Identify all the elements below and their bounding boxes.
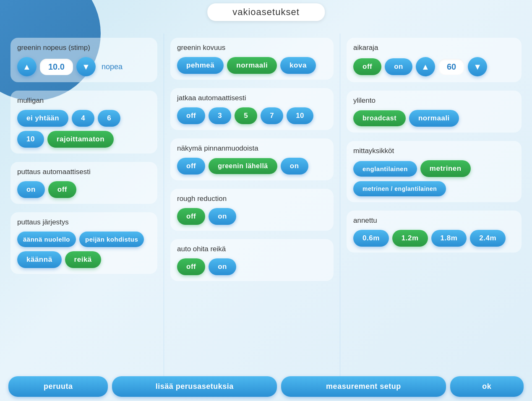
annettu-label: annettu	[353, 216, 515, 225]
auto-ohita-buttons: off on	[177, 258, 327, 275]
aikaraja-off-button[interactable]: off	[353, 58, 381, 75]
mulligan-10[interactable]: 10	[17, 131, 44, 148]
column-2: greenin kovuus pehmeä normaali kova jatk…	[164, 34, 340, 397]
kovuus-buttons: pehmeä normaali kova	[177, 57, 327, 74]
nakyme-buttons: off greenin lähellä on	[177, 158, 327, 174]
page-title: vakioasetukset	[207, 3, 325, 21]
annettu-24m-button[interactable]: 2.4m	[470, 230, 506, 247]
greenin-nopeus-controls: ▲ 10.0 ▼ nopea	[17, 57, 151, 76]
rough-reduction-section: rough reduction off on	[170, 189, 334, 231]
jatkaa-3-button[interactable]: 3	[209, 107, 231, 124]
annettu-section: annettu 0.6m 1.2m 1.8m 2.4m	[347, 211, 522, 253]
jatkaa-auto-label: jatkaa automaattisesti	[177, 94, 327, 102]
aanna-nuolello-button[interactable]: äännä nuolello	[17, 232, 76, 247]
bottom-bar: peruuta lisää perusasetuksia measurement…	[0, 376, 532, 397]
annettu-buttons: 0.6m 1.2m 1.8m 2.4m	[353, 230, 515, 247]
nakyme-label: näkymä pinnanmuodoista	[177, 144, 327, 153]
englantilainen-button[interactable]: englantilainen	[353, 161, 417, 177]
mulligan-buttons-2: 10 rajoittamaton	[17, 131, 151, 148]
ylilento-buttons: broadcast normaali	[353, 110, 515, 127]
metrinen-englantilainen-button[interactable]: metrinen / englantilainen	[353, 181, 446, 196]
puttaus-auto-buttons: on off	[17, 181, 151, 198]
greenin-lahella-button[interactable]: greenin lähellä	[209, 158, 277, 174]
aikaraja-down-button[interactable]: ▼	[468, 57, 487, 76]
nakyme-section: näkymä pinnanmuodoista off greenin lähel…	[170, 138, 334, 180]
jatkaa-off-button[interactable]: off	[177, 107, 205, 124]
peruuta-button[interactable]: peruuta	[8, 376, 108, 397]
mulligan-6[interactable]: 6	[98, 110, 120, 127]
mulligan-rajoittamaton[interactable]: rajoittamaton	[47, 131, 114, 148]
pehme-button[interactable]: pehmeä	[177, 57, 224, 74]
kaanna-button[interactable]: käännä	[17, 251, 62, 268]
measurement-setup-button[interactable]: measurement setup	[281, 376, 446, 397]
puttaus-jarjestys-label: puttaus järjestys	[17, 218, 151, 227]
peijan-kohdistus-button[interactable]: peijän kohdistus	[79, 232, 144, 247]
rough-off-button[interactable]: off	[177, 208, 205, 225]
ylilento-label: ylilento	[353, 96, 515, 105]
puttaus-jarjestys-row1: äännä nuolello peijän kohdistus	[17, 232, 151, 247]
aikaraja-value: 60	[438, 59, 464, 75]
reika-button[interactable]: reikä	[65, 251, 101, 268]
annettu-06m-button[interactable]: 0.6m	[353, 230, 389, 247]
greenin-kovuus-label: greenin kovuus	[177, 44, 327, 52]
nopeus-sublabel: nopea	[102, 62, 123, 71]
jatkaa-auto-section: jatkaa automaattisesti off 3 5 7 10	[170, 88, 334, 130]
rough-buttons: off on	[177, 208, 327, 225]
auto-ohita-off-button[interactable]: off	[177, 258, 205, 275]
jatkaa-7-button[interactable]: 7	[261, 107, 283, 124]
broadcast-button[interactable]: broadcast	[353, 110, 406, 126]
mulligan-buttons: ei yhtään 4 6	[17, 110, 151, 127]
aikaraja-label: aikaraja	[353, 44, 515, 52]
mittayksikot-row2: metrinen / englantilainen	[353, 181, 515, 196]
auto-ohita-label: auto ohita reikä	[177, 245, 327, 253]
nopeus-value: 10.0	[40, 59, 73, 75]
lisaa-perusasetuksia-button[interactable]: lisää perusasetuksia	[112, 376, 277, 397]
greenin-nopeus-label: greenin nopeus (stimp)	[17, 44, 151, 52]
nopeus-down-button[interactable]: ▼	[76, 57, 96, 76]
auto-ohita-section: auto ohita reikä off on	[170, 239, 334, 281]
rough-reduction-label: rough reduction	[177, 195, 327, 203]
puttaus-auto-label: puttaus automaattisesti	[17, 168, 151, 176]
normaali-button[interactable]: normaali	[227, 57, 277, 74]
annettu-12m-button[interactable]: 1.2m	[392, 230, 428, 247]
metrinen-button[interactable]: metrinen	[420, 160, 471, 177]
nakyme-on-button[interactable]: on	[281, 158, 308, 174]
mulligan-label: mulligan	[17, 96, 151, 105]
greenin-kovuus-section: greenin kovuus pehmeä normaali kova	[170, 38, 334, 80]
aikaraja-up-button[interactable]: ▲	[416, 57, 435, 76]
aikaraja-section: aikaraja off on ▲ 60 ▼	[347, 38, 522, 82]
greenin-nopeus-section: greenin nopeus (stimp) ▲ 10.0 ▼ nopea	[10, 38, 157, 82]
ok-button[interactable]: ok	[450, 376, 524, 397]
mittayksikot-section: mittayksikköt englantilainen metrinen me…	[347, 141, 522, 202]
mulligan-ei-yhtaan[interactable]: ei yhtään	[17, 110, 68, 127]
column-3: aikaraja off on ▲ 60 ▼ ylilento broadcas…	[340, 34, 528, 397]
mulligan-4[interactable]: 4	[72, 110, 94, 127]
jatkaa-5-button[interactable]: 5	[235, 107, 257, 124]
nakyme-off-button[interactable]: off	[177, 158, 205, 174]
nopeus-up-button[interactable]: ▲	[17, 57, 37, 76]
auto-ohita-on-button[interactable]: on	[209, 258, 236, 275]
aikaraja-on-button[interactable]: on	[385, 58, 412, 75]
puttaus-auto-section: puttaus automaattisesti on off	[10, 162, 157, 204]
rough-on-button[interactable]: on	[209, 208, 236, 225]
annettu-18m-button[interactable]: 1.8m	[431, 230, 467, 247]
jatkaa-10-button[interactable]: 10	[287, 107, 313, 124]
mittayksikot-row1: englantilainen metrinen	[353, 160, 515, 177]
column-1: greenin nopeus (stimp) ▲ 10.0 ▼ nopea mu…	[4, 34, 164, 397]
aikaraja-controls: off on ▲ 60 ▼	[353, 57, 515, 76]
ylilento-normaali-button[interactable]: normaali	[409, 110, 459, 127]
kova-button[interactable]: kova	[280, 57, 316, 74]
mulligan-section: mulligan ei yhtään 4 6 10 rajoittamaton	[10, 91, 157, 154]
mittayksikot-label: mittayksikköt	[353, 147, 515, 155]
puttaus-on-button[interactable]: on	[17, 181, 45, 198]
puttaus-off-button[interactable]: off	[48, 181, 76, 198]
jatkaa-buttons: off 3 5 7 10	[177, 107, 327, 124]
ylilento-section: ylilento broadcast normaali	[347, 91, 522, 133]
puttaus-jarjestys-row2: käännä reikä	[17, 251, 151, 268]
puttaus-jarjestys-section: puttaus järjestys äännä nuolello peijän …	[10, 212, 157, 274]
